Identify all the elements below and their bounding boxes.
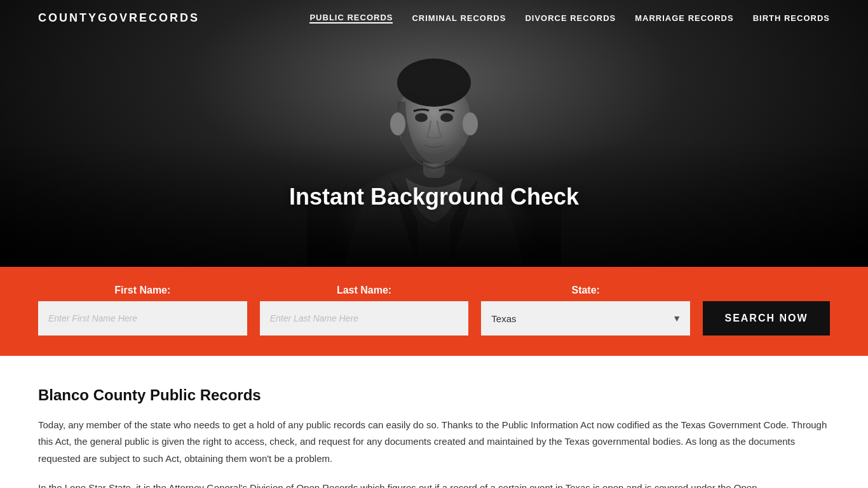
content-heading: Blanco County Public Records xyxy=(38,386,830,404)
site-logo[interactable]: COUNTYGOVRECORDS xyxy=(38,11,200,25)
hero-section: Instant Background Check xyxy=(0,0,868,267)
hero-title: Instant Background Check xyxy=(289,184,579,210)
site-header: COUNTYGOVRECORDS PUBLIC RECORDS CRIMINAL… xyxy=(0,0,868,36)
svg-point-6 xyxy=(415,113,428,122)
nav-criminal-records[interactable]: CRIMINAL RECORDS xyxy=(412,13,506,23)
search-section: First Name: Last Name: State: AlabamaAla… xyxy=(0,267,868,356)
last-name-label: Last Name: xyxy=(260,285,469,296)
content-paragraph-1: Today, any member of the state who needs… xyxy=(38,417,830,467)
state-select-wrapper: AlabamaAlaskaArizonaArkansasCaliforniaCo… xyxy=(481,301,690,336)
first-name-field: First Name: xyxy=(38,285,247,336)
first-name-label: First Name: xyxy=(38,285,247,296)
content-section: Blanco County Public Records Today, any … xyxy=(0,356,868,488)
last-name-input[interactable] xyxy=(260,301,469,336)
state-select[interactable]: AlabamaAlaskaArizonaArkansasCaliforniaCo… xyxy=(481,301,690,336)
nav-public-records[interactable]: PUBLIC RECORDS xyxy=(309,13,393,24)
svg-point-5 xyxy=(463,112,478,135)
main-nav: PUBLIC RECORDS CRIMINAL RECORDS DIVORCE … xyxy=(309,13,830,24)
svg-point-7 xyxy=(440,113,453,122)
search-now-button[interactable]: SEARCH NOW xyxy=(703,301,830,336)
last-name-field: Last Name: xyxy=(260,285,469,336)
first-name-input[interactable] xyxy=(38,301,247,336)
state-field: State: AlabamaAlaskaArizonaArkansasCalif… xyxy=(481,285,690,336)
svg-point-3 xyxy=(397,58,471,107)
state-label: State: xyxy=(481,285,690,296)
svg-point-4 xyxy=(390,112,405,135)
content-paragraph-2: In the Lone Star State, it is the Attorn… xyxy=(38,480,830,488)
nav-birth-records[interactable]: BIRTH RECORDS xyxy=(753,13,830,23)
nav-divorce-records[interactable]: DIVORCE RECORDS xyxy=(525,13,616,23)
nav-marriage-records[interactable]: MARRIAGE RECORDS xyxy=(635,13,733,23)
